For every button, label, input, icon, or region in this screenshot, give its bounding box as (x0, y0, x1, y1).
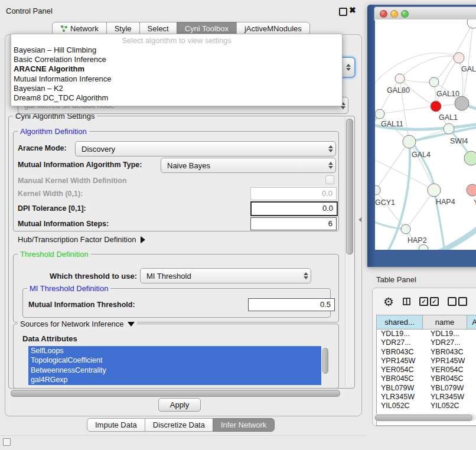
table-row[interactable]: YPR145WYPR145W9. (377, 357, 476, 366)
minimized-panel-icon[interactable] (3, 438, 11, 446)
mi-type-value: Naive Bayes (161, 161, 325, 170)
data-attributes-list[interactable]: SelfLoopsTopologicalCoefficientBetweenne… (28, 346, 321, 385)
mi-steps-field[interactable]: 6 (250, 217, 337, 230)
dpi-tolerance-field[interactable]: 0.0 (250, 201, 338, 216)
node-label-SWI4: SWI4 (450, 137, 468, 145)
tab-label: Network (70, 22, 99, 35)
network-node-HAP2[interactable] (401, 224, 410, 234)
clear-all-checks-icon[interactable] (448, 297, 467, 306)
which-threshold-combobox[interactable]: MI Threshold (140, 268, 311, 283)
settings-vertical-scrollbar[interactable] (345, 117, 354, 386)
float-panel-icon[interactable] (339, 8, 347, 16)
attributes-list-scrollbar[interactable] (322, 348, 328, 374)
node-label-GAL11: GAL11 (381, 120, 403, 128)
columns-icon[interactable] (403, 296, 410, 307)
node-label-HAP2: HAP2 (407, 236, 427, 244)
apply-button[interactable]: Apply (158, 398, 201, 412)
attribute-list-item[interactable]: SelfLoops (28, 346, 321, 356)
column-header[interactable]: name (423, 315, 467, 329)
attribute-list-item[interactable]: TopologicalCoefficient (28, 356, 321, 365)
tab-label: jActiveMNodules (244, 22, 302, 35)
table-row[interactable]: YIL052CYIL052C9 (377, 402, 476, 410)
mi-type-combobox[interactable]: Naive Bayes (161, 158, 336, 173)
network-node-top-cut[interactable] (467, 19, 476, 28)
node-label-GAL4: GAL4 (412, 151, 431, 159)
tab-impute-data[interactable]: Impute Data (87, 418, 145, 432)
network-node-GCY1[interactable] (375, 185, 380, 195)
tab-discretize-data[interactable]: Discretize Data (145, 418, 213, 432)
network-edge (462, 22, 473, 103)
network-node-salmon-right[interactable] (467, 184, 476, 196)
network-node-GAL11[interactable] (375, 109, 384, 119)
which-threshold-value: MI Threshold (141, 272, 301, 281)
window-close-icon[interactable] (380, 10, 387, 18)
window-maximize-icon[interactable] (401, 10, 409, 18)
table-row[interactable]: YBR045CYBR045C9. (377, 374, 476, 383)
network-window-titlebar[interactable] (374, 6, 476, 21)
select-all-checks-icon[interactable]: ✓✓ (419, 297, 439, 306)
window-minimize-icon[interactable] (390, 10, 398, 18)
network-node-green-right[interactable] (464, 151, 476, 165)
algorithm-option[interactable]: Bayesian – Hill Climbing (11, 45, 342, 55)
table-row[interactable]: YLR345WYLR345W9. (377, 393, 476, 402)
network-node-GAL1[interactable] (431, 101, 441, 112)
panel-bottom-divider (0, 435, 366, 436)
which-threshold-label: Which threshold to use: (50, 272, 137, 281)
algorithm-option[interactable]: ARACNE Algorithm (11, 64, 342, 74)
table-cell: YBR045C (377, 374, 426, 383)
sources-group-header[interactable]: Sources for Network Inference (18, 319, 137, 328)
close-panel-icon[interactable]: ✖ (349, 5, 356, 15)
network-node-GAL10[interactable] (429, 77, 439, 87)
table-row[interactable]: YER054CYER054C8. (377, 366, 476, 374)
mi-steps-label: Mutual Information Steps: (18, 220, 109, 228)
algorithm-option[interactable]: Dream8 DC_TDC Algorithm (11, 93, 342, 103)
table-cell: YLR345W (377, 393, 426, 402)
network-view-window[interactable]: GALGAL80GAL10GAL1GAL11SWI4GAL4GCY1HAP4YH… (367, 5, 476, 267)
network-node-SWI4[interactable] (444, 123, 454, 134)
column-header[interactable]: shared... (377, 315, 423, 329)
algorithm-definition-title: Algorithm Definition (18, 127, 89, 136)
settings-horizontal-scrollbar[interactable] (9, 389, 344, 397)
network-node-GAL4[interactable] (403, 135, 416, 148)
network-node-bottom-small[interactable] (419, 244, 428, 250)
column-header[interactable]: A (467, 315, 476, 329)
network-canvas[interactable]: GALGAL80GAL10GAL1GAL11SWI4GAL4GCY1HAP4YH… (375, 19, 476, 250)
attribute-list-item[interactable]: BetweennessCentrality (28, 366, 321, 375)
network-node-GAL80[interactable] (395, 74, 405, 83)
hub-definition-expander[interactable]: Hub/Transcription Factor Definition (18, 235, 145, 244)
table-cell: YDR27... (426, 338, 474, 347)
aracne-mode-combobox[interactable]: Discovery (75, 141, 336, 156)
table-row[interactable]: YBR043CYBR043C (377, 348, 476, 357)
table-panel-title: Table Panel (376, 275, 416, 284)
network-node-HAP4[interactable] (428, 184, 441, 197)
table-row[interactable]: YBL079WYBL079W (377, 384, 476, 393)
node-label-GAL80: GAL80 (387, 86, 410, 94)
tab-infer-network[interactable]: Infer Network (213, 418, 275, 432)
table-cell: YLR345W (426, 393, 474, 402)
algorithm-option[interactable]: Bayesian – K2 (11, 84, 342, 93)
kernel-width-field[interactable]: 0.0 (250, 187, 337, 200)
algorithm-option[interactable]: Basic Correlation Inference (11, 55, 342, 64)
table-cell: YBL079W (377, 384, 426, 393)
network-edge (376, 142, 409, 190)
table-cell: YDL19... (426, 330, 474, 338)
mi-threshold-field[interactable]: 0.5 (248, 298, 335, 311)
gear-icon[interactable]: ⚙ (383, 295, 394, 309)
mi-type-label: Mutual Information Algorithm Type: (18, 161, 142, 169)
algorithm-option[interactable]: Mutual Information Inference (11, 74, 342, 84)
attribute-list-item[interactable]: gal4RGexp (28, 375, 321, 384)
network-node-gray-node[interactable] (455, 96, 469, 110)
dpi-tolerance-label: DPI Tolerance [0,1]: (18, 204, 86, 213)
table-horizontal-scrollbar[interactable] (374, 414, 476, 421)
table-row[interactable]: YDR27...YDR27...12 (377, 338, 476, 347)
network-edge (400, 56, 459, 79)
node-label-GCY1: GCY1 (375, 198, 395, 207)
manual-kernel-label: Manual Kernel Width Definition (18, 177, 127, 185)
sources-group-title: Sources for Network Inference (20, 319, 124, 328)
tab-label: Style (115, 22, 132, 35)
split-pane-collapse-icon[interactable] (358, 217, 361, 222)
network-node-pink-top[interactable] (454, 53, 464, 63)
table-row[interactable]: YDL19...YDL19...13 (377, 330, 476, 338)
manual-kernel-checkbox[interactable] (325, 175, 334, 184)
combo-spinner-icon (346, 64, 351, 71)
